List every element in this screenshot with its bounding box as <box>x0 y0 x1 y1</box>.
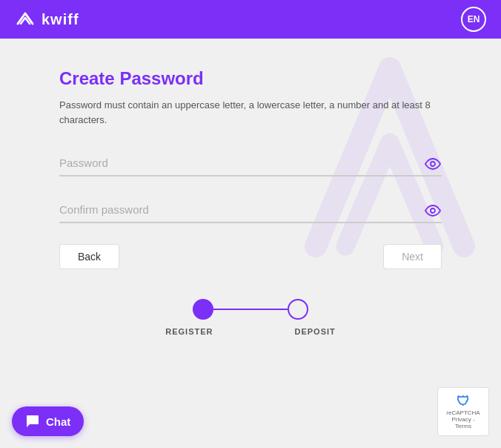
password-input[interactable] <box>59 151 442 177</box>
confirm-password-input[interactable] <box>59 197 442 223</box>
next-button[interactable]: Next <box>383 244 442 269</box>
confirm-password-group <box>59 197 442 223</box>
button-row: Back Next <box>59 244 442 269</box>
step-labels: REGISTER DEPOSIT <box>165 327 336 336</box>
step-1-circle <box>193 299 213 320</box>
main-content: Create Password Password must contain an… <box>0 39 501 448</box>
step-line <box>213 309 288 310</box>
page-description: Password must contain an uppercase lette… <box>59 98 442 127</box>
recaptcha-label: reCAPTCHA <box>445 409 481 416</box>
password-group <box>59 151 442 177</box>
form-area: Create Password Password must contain an… <box>0 39 501 366</box>
page-title: Create Password <box>59 68 442 89</box>
logo-text: kwiff <box>42 11 79 28</box>
password-toggle-icon[interactable] <box>424 155 442 173</box>
svg-point-1 <box>431 208 435 213</box>
progress-steps <box>193 299 308 320</box>
confirm-password-toggle-icon[interactable] <box>424 202 442 220</box>
chat-button[interactable]: Chat <box>12 406 84 436</box>
step-1-label: REGISTER <box>165 327 213 336</box>
logo: kwiff <box>15 9 79 30</box>
chat-icon <box>25 414 40 429</box>
chat-label: Chat <box>46 415 70 428</box>
back-button[interactable]: Back <box>59 244 119 269</box>
app-header: kwiff EN <box>0 0 501 39</box>
logo-icon <box>15 9 36 30</box>
recaptcha-logo: 🛡 <box>445 394 481 409</box>
language-button[interactable]: EN <box>461 7 486 32</box>
step-2-circle <box>288 299 308 320</box>
step-2-label: DEPOSIT <box>294 327 335 336</box>
recaptcha-sub: Privacy - Terms <box>445 416 481 429</box>
svg-point-0 <box>431 162 435 166</box>
progress-container: REGISTER DEPOSIT <box>59 299 442 336</box>
recaptcha-badge: 🛡 reCAPTCHA Privacy - Terms <box>437 387 489 436</box>
